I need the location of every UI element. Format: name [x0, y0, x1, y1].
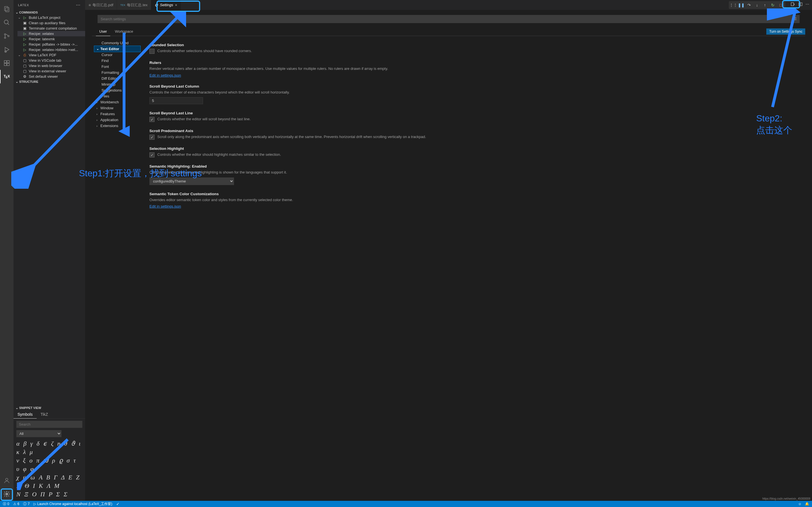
status-feedback-icon[interactable]: ☺: [798, 502, 802, 506]
account-icon[interactable]: [0, 474, 13, 487]
toc-workbench[interactable]: ›Workbench: [94, 99, 140, 105]
explorer-icon[interactable]: [0, 2, 13, 16]
section-snippet-view[interactable]: ⌄ SNIPPET VIEW: [13, 405, 85, 410]
status-check[interactable]: ✓: [116, 502, 119, 506]
setting-semantic-token: Semantic Token Color Customizations Over…: [149, 192, 799, 209]
view-latex-pdf[interactable]: ⌄ ⎙ View LaTeX PDF: [13, 52, 85, 58]
edit-settings-json-link[interactable]: Edit in settings.json: [149, 204, 181, 209]
source-control-icon[interactable]: [0, 29, 13, 43]
scope-tab-workspace[interactable]: Workspace: [111, 27, 137, 36]
step-into-icon[interactable]: ↓: [753, 2, 761, 8]
pdf-icon: ⎙: [22, 53, 28, 57]
tab-pdf[interactable]: ≡ 每日汇总.pdf: [85, 0, 117, 10]
status-errors[interactable]: ⓧ0: [3, 502, 9, 506]
toc-text-editor[interactable]: ⌄ Text Editor: [94, 46, 140, 52]
scroll-beyond-column-input[interactable]: [149, 97, 203, 104]
toc-font[interactable]: Font: [94, 64, 140, 69]
chevron-down-icon: ⌄: [15, 10, 19, 14]
edit-settings-json-link[interactable]: Edit in settings.json: [149, 73, 181, 77]
file-icon: ≡: [89, 3, 91, 7]
step-over-icon[interactable]: ↷: [746, 2, 753, 8]
sidebar-title: LATEX: [18, 3, 29, 7]
rounded-selection-checkbox[interactable]: [149, 49, 154, 54]
pause-icon[interactable]: ❚❚: [738, 2, 745, 8]
status-warnings[interactable]: ⚠6: [13, 502, 19, 506]
play-icon: ▷: [22, 32, 28, 36]
filter-icon[interactable]: ☰: [794, 17, 797, 21]
chevron-right-icon: ›: [96, 118, 100, 122]
run-debug-icon[interactable]: [0, 43, 13, 56]
selection-highlight-checkbox[interactable]: [149, 152, 154, 158]
terminate-compilation[interactable]: ▣ Terminate current compilation: [17, 25, 85, 31]
recipe-latexmk[interactable]: ▷ Recipe: latexmk: [17, 36, 85, 42]
clean-aux-files[interactable]: ▣ Clean up auxiliary files: [17, 20, 85, 25]
settings-list[interactable]: Rounded Selection Controls whether selec…: [143, 39, 805, 501]
recipe-xelatex[interactable]: ▷ Recipe: xelatex: [17, 31, 85, 36]
scroll-beyond-line-checkbox[interactable]: [149, 117, 154, 122]
sidebar-more-icon[interactable]: ⋯: [76, 2, 81, 8]
section-commands[interactable]: ⌄ COMMANDS: [13, 10, 85, 15]
watermark: https://blog.csdn.net/weixin_45000008: [762, 497, 810, 500]
tex-icon: TEX: [120, 4, 125, 6]
status-bell-icon[interactable]: 🔔: [805, 502, 809, 506]
view-vscode-tab[interactable]: ▢ View in VSCode tab: [17, 58, 85, 63]
svg-rect-0: [4, 6, 8, 11]
warning-icon: ⚠: [13, 502, 16, 506]
view-web-browser[interactable]: ▢ View in web browser: [17, 63, 85, 68]
svg-point-14: [6, 493, 8, 495]
terminal-icon: ▣: [22, 21, 28, 25]
settings-search-input[interactable]: [98, 15, 800, 23]
extensions-icon[interactable]: [0, 56, 13, 70]
more-actions-icon[interactable]: ⋯: [806, 2, 809, 8]
toc-features[interactable]: ›Features: [94, 111, 140, 117]
window-icon: ▢: [22, 58, 28, 62]
scroll-predominant-checkbox[interactable]: [149, 135, 154, 140]
toc-cursor[interactable]: Cursor: [94, 52, 140, 58]
restart-icon[interactable]: ↻: [769, 2, 776, 8]
status-info[interactable]: ⓘ7: [23, 502, 30, 506]
latex-icon[interactable]: TEX: [0, 70, 13, 83]
recipe-xelatex-bibtex[interactable]: ▷ Recipe: xelatex->bibtex->xel...: [17, 47, 85, 52]
snippet-category-select[interactable]: All: [16, 430, 61, 437]
semantic-highlighting-select[interactable]: configuredByTheme: [149, 177, 234, 185]
tab-settings[interactable]: ⚙ Settings ×: [151, 0, 181, 10]
section-structure[interactable]: ⌄ STRUCTURE: [13, 79, 85, 84]
snippet-search-input[interactable]: [16, 421, 82, 428]
symbol-grid[interactable]: α β γ δ ϵ ζ η θ ϑ ι κ λ μ ν ξ o π ϖ ρ ϱ …: [16, 439, 82, 499]
build-latex-project[interactable]: ⌄ ▷ Build LaTeX project: [13, 15, 85, 20]
settings-sync-button[interactable]: Turn on Settings Sync: [766, 29, 805, 35]
close-icon[interactable]: ×: [175, 3, 177, 7]
recipe-pdflatex[interactable]: ▷ Recipe: pdflatex -> bibtex ->...: [17, 42, 85, 47]
svg-rect-12: [7, 63, 9, 66]
toc-diff-editor[interactable]: Diff Editor: [94, 75, 140, 81]
svg-rect-10: [7, 61, 9, 63]
toc-find[interactable]: Find: [94, 58, 140, 64]
stop-icon[interactable]: □: [777, 2, 784, 8]
view-external-viewer[interactable]: ▢ View in external viewer: [17, 68, 85, 74]
toc-formatting[interactable]: Formatting: [94, 69, 140, 75]
settings-gear-icon[interactable]: [0, 487, 13, 501]
toc-commonly-used[interactable]: Commonly Used: [94, 40, 140, 46]
toc-suggestions[interactable]: Suggestions: [94, 87, 140, 93]
status-bar: ⓧ0 ⚠6 ⓘ7 ▷ Launch Chrome against localho…: [0, 501, 812, 507]
info-icon: ⓘ: [23, 502, 27, 506]
svg-point-4: [4, 34, 6, 35]
scope-tab-user[interactable]: User: [96, 27, 110, 36]
toc-extensions[interactable]: ›Extensions: [94, 123, 140, 129]
toc-window[interactable]: ›Window: [94, 105, 140, 111]
terminal-icon: ▣: [22, 26, 28, 31]
snippet-tab-tikz[interactable]: TikZ: [37, 410, 52, 418]
split-editor-icon[interactable]: [798, 2, 803, 8]
drag-handle-icon[interactable]: ⋮⋮: [730, 2, 737, 8]
set-default-viewer[interactable]: ⚙ Set default viewer: [17, 74, 85, 79]
svg-rect-9: [4, 61, 6, 63]
open-settings-json-icon[interactable]: [790, 2, 795, 8]
snippet-tab-symbols[interactable]: Symbols: [13, 410, 37, 418]
toc-files[interactable]: Files: [94, 93, 140, 99]
toc-application[interactable]: ›Application: [94, 117, 140, 123]
tab-tex[interactable]: TEX 每日汇总.tex: [117, 0, 151, 10]
search-icon[interactable]: [0, 16, 13, 29]
step-out-icon[interactable]: ↑: [761, 2, 769, 8]
status-debug-config[interactable]: ▷ Launch Chrome against localhost (LaTeX…: [34, 502, 112, 506]
toc-minimap[interactable]: Minimap: [94, 81, 140, 87]
